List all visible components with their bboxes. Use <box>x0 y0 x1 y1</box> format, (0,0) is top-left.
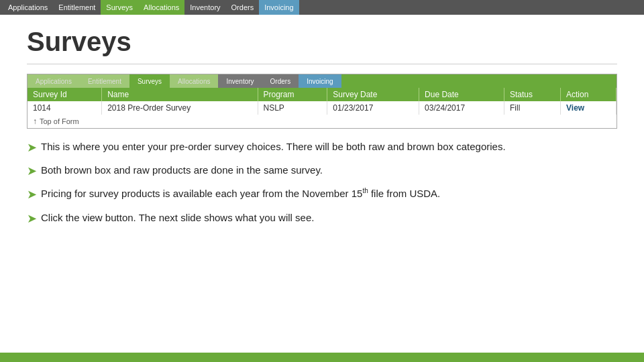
col-status: Status <box>504 88 560 101</box>
cell-due-date: 03/24/2017 <box>419 101 504 115</box>
bullet-arrow-icon-2: ➤ <box>27 163 37 180</box>
bullet-list: ➤ This is where you enter your pre-order… <box>0 135 644 227</box>
top-navigation: Applications Entitlement Surveys Allocat… <box>0 0 644 15</box>
title-divider <box>27 64 617 64</box>
bullet-arrow-icon-3: ➤ <box>27 186 37 203</box>
cell-name: 2018 Pre-Order Survey <box>102 101 258 115</box>
bullet-arrow-icon-1: ➤ <box>27 139 37 156</box>
nav-entitlement[interactable]: Entitlement <box>53 0 101 15</box>
inner-nav-entitlement[interactable]: Entitlement <box>80 74 129 88</box>
bullet-4: ➤ Click the view button. The next slide … <box>27 210 617 227</box>
table-header-row: Survey Id Name Program Survey Date Due D… <box>28 88 616 101</box>
inner-nav-invoicing[interactable]: Invoicing <box>299 74 341 88</box>
view-link[interactable]: View <box>566 103 584 113</box>
page-title: Surveys <box>0 15 644 64</box>
bullet-text-2: Both brown box and raw products are done… <box>41 163 617 177</box>
col-action: Action <box>561 88 616 101</box>
col-name: Name <box>102 88 258 101</box>
nav-applications[interactable]: Applications <box>3 0 53 15</box>
bullet-text-4: Click the view button. The next slide sh… <box>41 210 617 225</box>
col-survey-date: Survey Date <box>327 88 419 101</box>
bullet-text-1: This is where you enter your pre-order s… <box>41 139 617 154</box>
top-of-form[interactable]: ↑ Top of Form <box>28 115 616 128</box>
cell-survey-date: 01/23/2017 <box>327 101 419 115</box>
inner-navigation: Applications Entitlement Surveys Allocat… <box>28 74 616 88</box>
nav-surveys[interactable]: Surveys <box>101 0 138 15</box>
bottom-bar <box>0 353 644 362</box>
bullet-3: ➤ Pricing for survey products is availab… <box>27 186 617 203</box>
bullet-2: ➤ Both brown box and raw products are do… <box>27 163 617 180</box>
surveys-table-container: Applications Entitlement Surveys Allocat… <box>27 74 617 129</box>
surveys-table: Survey Id Name Program Survey Date Due D… <box>28 88 616 115</box>
nav-orders[interactable]: Orders <box>226 0 260 15</box>
up-arrow-icon: ↑ <box>33 117 37 126</box>
col-due-date: Due Date <box>419 88 504 101</box>
nav-invoicing[interactable]: Invoicing <box>259 0 299 15</box>
inner-nav-orders[interactable]: Orders <box>262 74 299 88</box>
col-survey-id: Survey Id <box>28 88 102 101</box>
col-program: Program <box>258 88 327 101</box>
cell-program: NSLP <box>258 101 327 115</box>
bullet-1: ➤ This is where you enter your pre-order… <box>27 139 617 156</box>
inner-nav-allocations[interactable]: Allocations <box>170 74 218 88</box>
nav-inventory[interactable]: Inventory <box>184 0 225 15</box>
nav-allocations[interactable]: Allocations <box>138 0 184 15</box>
cell-survey-id: 1014 <box>28 101 102 115</box>
cell-action[interactable]: View <box>561 101 616 115</box>
inner-nav-applications[interactable]: Applications <box>28 74 80 88</box>
table-row: 1014 2018 Pre-Order Survey NSLP 01/23/20… <box>28 101 616 115</box>
cell-status: Fill <box>504 101 560 115</box>
bullet-text-3: Pricing for survey products is available… <box>41 186 617 200</box>
bullet-arrow-icon-4: ➤ <box>27 210 37 227</box>
inner-nav-inventory[interactable]: Inventory <box>218 74 262 88</box>
inner-nav-surveys[interactable]: Surveys <box>129 74 170 88</box>
